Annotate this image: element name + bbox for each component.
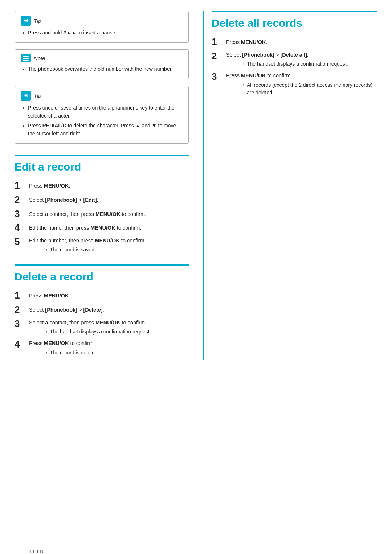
- tip2-list: Press once or several times on the alpha…: [21, 104, 183, 138]
- edit-record-steps: 1 Press MENU/OK. 2 Select [Phonebook] > …: [15, 180, 189, 254]
- tip-box-1: ✳ Tip Press and hold #▲▲ to insert a pau…: [15, 11, 189, 43]
- delete-all-steps: 1 Press MENU/OK. 2 Select [Phonebook] > …: [212, 37, 377, 97]
- edit-step-1-number: 1: [15, 180, 28, 191]
- note-icon-1: [21, 54, 31, 62]
- del-step-4-number: 4: [15, 339, 28, 350]
- tip-header-1: ✳ Tip: [21, 16, 183, 26]
- tip2-item-1: Press once or several times on the alpha…: [28, 104, 183, 120]
- del-step-4-result: ↦ The record is deleted.: [44, 349, 189, 357]
- edit-step-5-result: ↦ The record is saved.: [44, 246, 189, 254]
- delete-all-title: Delete all records: [212, 11, 377, 29]
- edit-step-5-content: Edit the number, then press MENU/OK to c…: [29, 236, 146, 243]
- edit-step-1-content: Press MENU/OK.: [29, 180, 189, 190]
- delall-step-3-content: Press MENU/OK to confirm.: [226, 71, 292, 78]
- delete-record-steps: 1 Press MENU/OK. 2 Select [Phonebook] > …: [15, 290, 189, 357]
- edit-step-5-number: 5: [15, 237, 28, 247]
- note-box-1: Note The phonebook overwrites the old nu…: [15, 49, 189, 79]
- note-icon-lines: [23, 56, 29, 61]
- note1-list: The phonebook overwrites the old number …: [21, 65, 183, 73]
- edit-step-5-arrow: ↦: [44, 246, 48, 254]
- edit-step-5: 5 Edit the number, then press MENU/OK to…: [15, 237, 189, 254]
- delete-record-title: Delete a record: [15, 264, 189, 283]
- del-step-3: 3 Select a contact, then press MENU/OK t…: [15, 319, 189, 336]
- tip-label-2: Tip: [34, 93, 41, 99]
- note-line-1: [23, 56, 29, 57]
- delall-step-2-arrow: ↦: [241, 61, 245, 68]
- del-step-3-content: Select a contact, then press MENU/OK to …: [29, 318, 146, 325]
- page-number: 14: [29, 549, 34, 554]
- del-step-3-number: 3: [15, 319, 28, 329]
- delall-step-2: 2 Select [Phonebook] > [Delete all]. ↦ T…: [212, 51, 377, 68]
- delall-step-2-number: 2: [212, 51, 225, 61]
- tip-header-2: ✳ Tip: [21, 91, 183, 101]
- delall-step-2-content: Select [Phonebook] > [Delete all].: [226, 50, 309, 58]
- edit-step-4-content: Edit the name, then press MENU/OK to con…: [29, 222, 189, 232]
- edit-step-3-content: Select a contact, then press MENU/OK to …: [29, 209, 189, 218]
- del-step-4: 4 Press MENU/OK to confirm. ↦ The record…: [15, 339, 189, 357]
- del-step-1: 1 Press MENU/OK.: [15, 290, 189, 301]
- note-label-1: Note: [34, 55, 45, 61]
- tip-box-2: ✳ Tip Press once or several times on the…: [15, 86, 189, 144]
- edit-step-4: 4 Edit the name, then press MENU/OK to c…: [15, 222, 189, 233]
- note-line-3: [23, 60, 29, 61]
- edit-record-title: Edit a record: [15, 155, 189, 173]
- delall-step-3-result-text: All records (except the 2 direct access …: [247, 81, 377, 97]
- del-step-2: 2 Select [Phonebook] > [Delete].: [15, 304, 189, 315]
- del-step-3-result-text: The handset displays a confirmation requ…: [50, 328, 151, 336]
- delall-step-2-result: ↦ The handset displays a confirmation re…: [241, 60, 377, 68]
- delall-step-1-number: 1: [212, 37, 225, 47]
- delall-step-3-number: 3: [212, 71, 225, 82]
- edit-step-3-number: 3: [15, 209, 28, 219]
- delall-step-2-result-text: The handset displays a confirmation requ…: [247, 60, 348, 68]
- edit-step-5-result-text: The record is saved.: [50, 246, 96, 254]
- del-step-1-content: Press MENU/OK.: [29, 290, 189, 300]
- tip-icon-1: ✳: [21, 16, 31, 26]
- edit-step-3: 3 Select a contact, then press MENU/OK t…: [15, 209, 189, 219]
- del-step-1-number: 1: [15, 290, 28, 301]
- note-line-2: [23, 58, 29, 59]
- delall-step-3-result: ↦ All records (except the 2 direct acces…: [241, 81, 377, 97]
- delall-step-3: 3 Press MENU/OK to confirm. ↦ All record…: [212, 71, 377, 97]
- edit-step-1: 1 Press MENU/OK.: [15, 180, 189, 191]
- del-step-3-arrow: ↦: [44, 328, 48, 336]
- edit-step-2: 2 Select [Phonebook] > [Edit].: [15, 194, 189, 205]
- del-step-4-arrow: ↦: [44, 349, 48, 357]
- del-step-2-content: Select [Phonebook] > [Delete].: [29, 304, 189, 314]
- del-step-2-number: 2: [15, 304, 28, 315]
- delall-step-1: 1 Press MENU/OK.: [212, 37, 377, 47]
- delall-step-3-arrow: ↦: [241, 82, 245, 89]
- del-step-4-content: Press MENU/OK to confirm.: [29, 338, 95, 346]
- edit-step-4-number: 4: [15, 222, 28, 233]
- note1-item-1: The phonebook overwrites the old number …: [28, 65, 183, 73]
- page-lang: EN: [37, 549, 44, 554]
- del-step-4-result-text: The record is deleted.: [50, 349, 99, 357]
- page-footer: 14 EN: [29, 549, 44, 554]
- edit-step-2-number: 2: [15, 194, 28, 205]
- del-step-3-result: ↦ The handset displays a confirmation re…: [44, 328, 189, 336]
- note-header-1: Note: [21, 54, 183, 62]
- tip-icon-2: ✳: [21, 91, 31, 101]
- tip1-item-1: Press and hold #▲▲ to insert a pause.: [28, 29, 183, 37]
- tip-label-1: Tip: [34, 18, 41, 24]
- edit-step-2-content: Select [Phonebook] > [Edit].: [29, 194, 189, 204]
- delall-step-1-content: Press MENU/OK.: [226, 37, 377, 46]
- tip2-item-2: Press REDIAL/C to delete the character. …: [28, 122, 183, 138]
- tip1-list: Press and hold #▲▲ to insert a pause.: [21, 29, 183, 37]
